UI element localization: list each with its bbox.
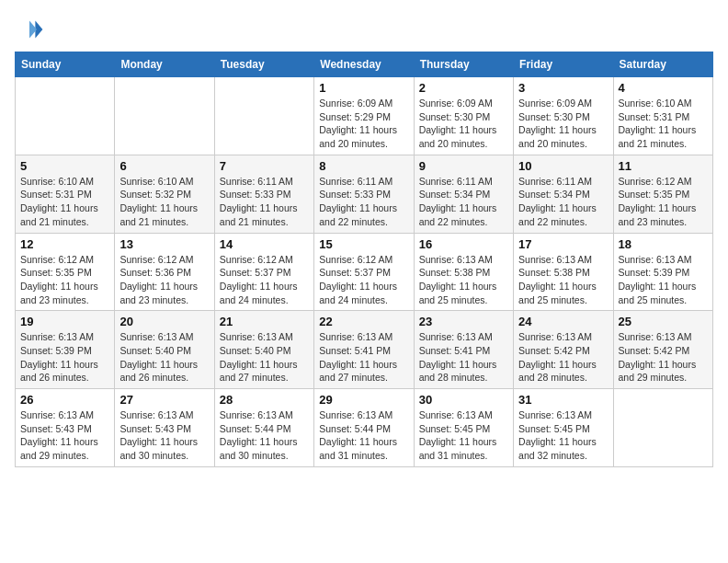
calendar-day-cell: 20Sunrise: 6:13 AMSunset: 5:40 PMDayligh… bbox=[115, 311, 214, 389]
day-number: 6 bbox=[119, 159, 209, 173]
calendar-day-cell: 14Sunrise: 6:12 AMSunset: 5:37 PMDayligh… bbox=[214, 233, 313, 311]
calendar-header-row: SundayMondayTuesdayWednesdayThursdayFrid… bbox=[16, 52, 713, 77]
day-of-week-header: Saturday bbox=[613, 52, 712, 77]
calendar-day-cell: 3Sunrise: 6:09 AMSunset: 5:30 PMDaylight… bbox=[514, 77, 613, 155]
day-info: Sunrise: 6:12 AMSunset: 5:35 PMDaylight:… bbox=[20, 253, 109, 307]
day-of-week-header: Wednesday bbox=[314, 52, 414, 77]
day-info: Sunrise: 6:10 AMSunset: 5:32 PMDaylight:… bbox=[119, 175, 209, 229]
day-info: Sunrise: 6:12 AMSunset: 5:37 PMDaylight:… bbox=[220, 253, 309, 307]
calendar-day-cell: 16Sunrise: 6:13 AMSunset: 5:38 PMDayligh… bbox=[414, 233, 513, 311]
calendar-day-cell: 9Sunrise: 6:11 AMSunset: 5:34 PMDaylight… bbox=[414, 155, 513, 233]
day-of-week-header: Tuesday bbox=[214, 52, 313, 77]
day-info: Sunrise: 6:13 AMSunset: 5:40 PMDaylight:… bbox=[119, 330, 209, 385]
day-info: Sunrise: 6:11 AMSunset: 5:33 PMDaylight:… bbox=[319, 175, 408, 229]
day-info: Sunrise: 6:11 AMSunset: 5:33 PMDaylight:… bbox=[220, 175, 309, 229]
day-number: 21 bbox=[220, 315, 309, 328]
calendar-day-cell: 17Sunrise: 6:13 AMSunset: 5:38 PMDayligh… bbox=[514, 233, 613, 311]
day-info: Sunrise: 6:13 AMSunset: 5:39 PMDaylight:… bbox=[20, 330, 109, 385]
day-info: Sunrise: 6:10 AMSunset: 5:31 PMDaylight:… bbox=[619, 97, 708, 151]
day-number: 4 bbox=[619, 81, 708, 95]
day-of-week-header: Sunday bbox=[16, 52, 115, 77]
day-number: 25 bbox=[619, 315, 708, 328]
day-number: 3 bbox=[518, 81, 608, 95]
day-number: 19 bbox=[20, 315, 109, 328]
day-info: Sunrise: 6:12 AMSunset: 5:35 PMDaylight:… bbox=[619, 175, 708, 229]
day-info: Sunrise: 6:12 AMSunset: 5:37 PMDaylight:… bbox=[319, 253, 408, 307]
day-number: 27 bbox=[119, 393, 209, 407]
day-number: 10 bbox=[518, 159, 608, 173]
calendar-day-cell: 12Sunrise: 6:12 AMSunset: 5:35 PMDayligh… bbox=[16, 233, 115, 311]
calendar-day-cell: 6Sunrise: 6:10 AMSunset: 5:32 PMDaylight… bbox=[115, 155, 214, 233]
day-info: Sunrise: 6:13 AMSunset: 5:44 PMDaylight:… bbox=[220, 408, 309, 463]
day-number: 20 bbox=[119, 315, 209, 328]
day-info: Sunrise: 6:13 AMSunset: 5:42 PMDaylight:… bbox=[518, 330, 608, 385]
calendar-week-row: 5Sunrise: 6:10 AMSunset: 5:31 PMDaylight… bbox=[16, 155, 713, 233]
calendar-day-cell: 30Sunrise: 6:13 AMSunset: 5:45 PMDayligh… bbox=[414, 389, 513, 467]
day-number: 15 bbox=[319, 237, 408, 251]
day-info: Sunrise: 6:13 AMSunset: 5:40 PMDaylight:… bbox=[220, 330, 309, 385]
calendar-day-cell: 8Sunrise: 6:11 AMSunset: 5:33 PMDaylight… bbox=[314, 155, 414, 233]
calendar-day-cell: 18Sunrise: 6:13 AMSunset: 5:39 PMDayligh… bbox=[613, 233, 712, 311]
day-info: Sunrise: 6:13 AMSunset: 5:45 PMDaylight:… bbox=[419, 408, 508, 463]
calendar-day-cell: 19Sunrise: 6:13 AMSunset: 5:39 PMDayligh… bbox=[16, 311, 115, 389]
day-info: Sunrise: 6:13 AMSunset: 5:39 PMDaylight:… bbox=[619, 253, 708, 307]
day-number: 31 bbox=[518, 393, 608, 407]
day-info: Sunrise: 6:13 AMSunset: 5:43 PMDaylight:… bbox=[20, 408, 109, 463]
calendar-day-cell: 4Sunrise: 6:10 AMSunset: 5:31 PMDaylight… bbox=[613, 77, 712, 155]
day-number: 9 bbox=[419, 159, 508, 173]
calendar-day-cell bbox=[115, 77, 214, 155]
day-number: 1 bbox=[319, 81, 408, 95]
day-number: 26 bbox=[20, 393, 109, 407]
day-number: 23 bbox=[419, 315, 508, 328]
day-info: Sunrise: 6:13 AMSunset: 5:41 PMDaylight:… bbox=[419, 330, 508, 385]
calendar-day-cell: 25Sunrise: 6:13 AMSunset: 5:42 PMDayligh… bbox=[613, 311, 712, 389]
calendar-day-cell: 27Sunrise: 6:13 AMSunset: 5:43 PMDayligh… bbox=[115, 389, 214, 467]
logo-icon bbox=[15, 15, 44, 44]
calendar-day-cell: 2Sunrise: 6:09 AMSunset: 5:30 PMDaylight… bbox=[414, 77, 513, 155]
page-header bbox=[15, 15, 713, 44]
calendar-table: SundayMondayTuesdayWednesdayThursdayFrid… bbox=[15, 52, 713, 467]
day-info: Sunrise: 6:11 AMSunset: 5:34 PMDaylight:… bbox=[419, 175, 508, 229]
day-number: 2 bbox=[419, 81, 508, 95]
calendar-week-row: 26Sunrise: 6:13 AMSunset: 5:43 PMDayligh… bbox=[16, 389, 713, 467]
day-info: Sunrise: 6:13 AMSunset: 5:42 PMDaylight:… bbox=[619, 330, 708, 385]
day-info: Sunrise: 6:13 AMSunset: 5:44 PMDaylight:… bbox=[319, 408, 408, 463]
day-number: 12 bbox=[20, 237, 109, 251]
day-number: 7 bbox=[220, 159, 309, 173]
day-of-week-header: Monday bbox=[115, 52, 214, 77]
calendar-day-cell: 31Sunrise: 6:13 AMSunset: 5:45 PMDayligh… bbox=[514, 389, 613, 467]
day-number: 30 bbox=[419, 393, 508, 407]
calendar-day-cell: 24Sunrise: 6:13 AMSunset: 5:42 PMDayligh… bbox=[514, 311, 613, 389]
calendar-day-cell: 15Sunrise: 6:12 AMSunset: 5:37 PMDayligh… bbox=[314, 233, 414, 311]
day-info: Sunrise: 6:13 AMSunset: 5:41 PMDaylight:… bbox=[319, 330, 408, 385]
calendar-day-cell: 10Sunrise: 6:11 AMSunset: 5:34 PMDayligh… bbox=[514, 155, 613, 233]
calendar-day-cell: 11Sunrise: 6:12 AMSunset: 5:35 PMDayligh… bbox=[613, 155, 712, 233]
day-info: Sunrise: 6:13 AMSunset: 5:45 PMDaylight:… bbox=[518, 408, 608, 463]
day-number: 11 bbox=[619, 159, 708, 173]
day-number: 17 bbox=[518, 237, 608, 251]
day-number: 14 bbox=[220, 237, 309, 251]
calendar-day-cell bbox=[214, 77, 313, 155]
day-of-week-header: Friday bbox=[514, 52, 613, 77]
calendar-day-cell: 5Sunrise: 6:10 AMSunset: 5:31 PMDaylight… bbox=[16, 155, 115, 233]
day-number: 13 bbox=[119, 237, 209, 251]
calendar-day-cell: 21Sunrise: 6:13 AMSunset: 5:40 PMDayligh… bbox=[214, 311, 313, 389]
day-of-week-header: Thursday bbox=[414, 52, 513, 77]
calendar-week-row: 12Sunrise: 6:12 AMSunset: 5:35 PMDayligh… bbox=[16, 233, 713, 311]
day-info: Sunrise: 6:09 AMSunset: 5:29 PMDaylight:… bbox=[319, 97, 408, 151]
calendar-day-cell: 13Sunrise: 6:12 AMSunset: 5:36 PMDayligh… bbox=[115, 233, 214, 311]
day-info: Sunrise: 6:10 AMSunset: 5:31 PMDaylight:… bbox=[20, 175, 109, 229]
day-info: Sunrise: 6:13 AMSunset: 5:43 PMDaylight:… bbox=[119, 408, 209, 463]
calendar-day-cell: 7Sunrise: 6:11 AMSunset: 5:33 PMDaylight… bbox=[214, 155, 313, 233]
day-info: Sunrise: 6:11 AMSunset: 5:34 PMDaylight:… bbox=[518, 175, 608, 229]
day-info: Sunrise: 6:09 AMSunset: 5:30 PMDaylight:… bbox=[518, 97, 608, 151]
day-number: 18 bbox=[619, 237, 708, 251]
calendar-day-cell: 29Sunrise: 6:13 AMSunset: 5:44 PMDayligh… bbox=[314, 389, 414, 467]
calendar-day-cell: 1Sunrise: 6:09 AMSunset: 5:29 PMDaylight… bbox=[314, 77, 414, 155]
calendar-day-cell bbox=[613, 389, 712, 467]
day-info: Sunrise: 6:09 AMSunset: 5:30 PMDaylight:… bbox=[419, 97, 508, 151]
calendar-day-cell: 23Sunrise: 6:13 AMSunset: 5:41 PMDayligh… bbox=[414, 311, 513, 389]
day-number: 8 bbox=[319, 159, 408, 173]
day-number: 29 bbox=[319, 393, 408, 407]
calendar-week-row: 19Sunrise: 6:13 AMSunset: 5:39 PMDayligh… bbox=[16, 311, 713, 389]
